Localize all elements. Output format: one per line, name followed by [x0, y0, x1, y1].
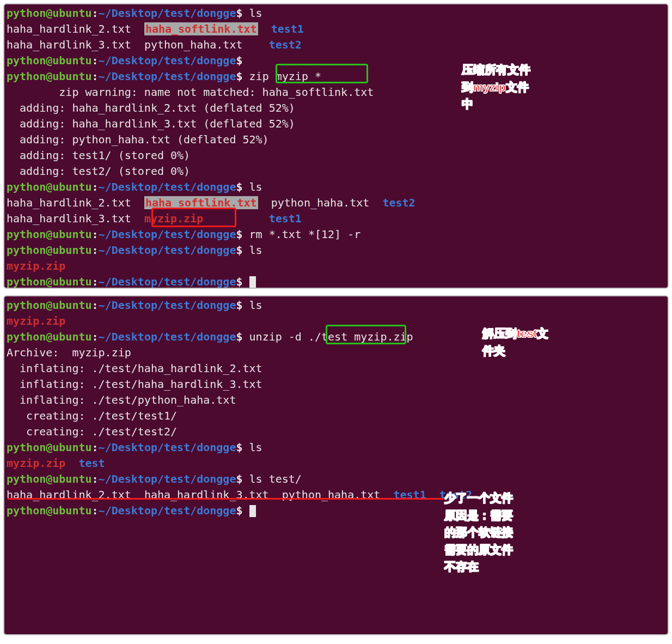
dir-name: test1 — [269, 212, 302, 225]
command: ls — [249, 180, 262, 193]
prompt-line: python@ubuntu:~/Desktop/test/dongge$ zip… — [7, 69, 665, 84]
unzip-output: Archive: myzip.zip — [7, 345, 665, 361]
prompt-line: python@ubuntu:~/Desktop/test/dongge$ rm … — [7, 227, 665, 242]
prompt-line: python@ubuntu:~/Desktop/test/dongge$ ls … — [7, 471, 665, 487]
file-name: python_haha.txt — [282, 488, 381, 501]
unzip-output: inflating: ./test/python_haha.txt — [7, 392, 665, 408]
zip-adding: adding: haha_hardlink_2.txt (deflated 52… — [7, 100, 665, 116]
file-name: python_haha.txt — [271, 196, 370, 209]
command: ls — [249, 299, 262, 312]
prompt-line: python@ubuntu:~/Desktop/test/dongge$ unz… — [7, 329, 665, 345]
annotation-line: 少了一个文件 — [444, 489, 513, 507]
ls-output-row: haha_hardlink_3.txt myzip.zip test1 — [7, 211, 665, 227]
annotation-line: 压缩所有文件 — [462, 61, 530, 78]
command-unzip-c: myzip.zip — [347, 330, 413, 343]
command: ls test/ — [249, 472, 302, 485]
file-name-softlink: haha_softlink.txt — [144, 22, 258, 35]
file-name: haha_hardlink_3.txt — [7, 212, 131, 225]
archive-name: myzip.zip — [7, 314, 65, 327]
unzip-output: creating: ./test/test1/ — [7, 408, 665, 424]
file-name: haha_hardlink_2.txt — [7, 196, 131, 209]
command: ls — [249, 441, 262, 454]
dir-name: test — [78, 457, 105, 470]
annotation-line: 件夹 — [482, 342, 548, 360]
annotation-line: 不存在 — [444, 558, 513, 575]
prompt-line: python@ubuntu:~/Desktop/test/dongge$ ls — [7, 179, 665, 195]
prompt-line: python@ubuntu:~/Desktop/test/dongge$ — [7, 53, 665, 69]
prompt-sign: $ — [236, 7, 242, 20]
annotation-line: 需要的原文件 — [444, 541, 513, 558]
prompt-line: python@ubuntu:~/Desktop/test/dongge$ ls — [7, 297, 665, 313]
prompt-line: python@ubuntu:~/Desktop/test/dongge$ ls — [7, 440, 665, 455]
dir-name: test2 — [382, 196, 415, 209]
file-name-softlink: haha_softlink.txt — [144, 196, 258, 209]
command-zip: zip myzip * — [249, 70, 321, 83]
ls-output-row: myzip.zip — [7, 313, 665, 329]
command-unzip-b: -d ./test — [289, 330, 347, 343]
annotation-line: 原因是：需要 — [444, 507, 513, 524]
annotation-line: 到myzip文件 — [462, 78, 530, 96]
command-unzip-a: unzip — [249, 330, 289, 343]
ls-output-row: haha_hardlink_2.txt haha_softlink.txt te… — [7, 21, 665, 37]
zip-adding: adding: python_haha.txt (deflated 52%) — [7, 132, 665, 148]
file-name: haha_hardlink_3.txt — [144, 488, 269, 501]
command-rm: rm *.txt *[12] -r — [249, 228, 361, 241]
cursor-icon — [249, 276, 256, 288]
ls-output-row: myzip.zip — [7, 258, 665, 274]
file-name: haha_hardlink_2.txt — [7, 488, 131, 501]
command: ls — [249, 244, 262, 257]
terminal-1[interactable]: python@ubuntu:~/Desktop/test/dongge$ ls … — [3, 3, 669, 289]
prompt-line[interactable]: python@ubuntu:~/Desktop/test/dongge$ — [7, 274, 665, 289]
annotation-line: 的那个软链接 — [444, 524, 513, 541]
ls-output-row: myzip.zip test — [7, 455, 665, 471]
annotation-compress: 压缩所有文件 到myzip文件 中 — [462, 61, 530, 113]
annotation-missing: 少了一个文件 原因是：需要 的那个软链接 需要的原文件 不存在 — [444, 489, 513, 575]
archive-name: myzip.zip — [144, 212, 203, 225]
annotation-extract: 解压到test文 件夹 — [482, 325, 548, 359]
unzip-output: creating: ./test/test2/ — [7, 424, 665, 440]
zip-warning: zip warning: name not matched: haha_soft… — [7, 84, 665, 100]
ls-output-row: haha_hardlink_3.txt python_haha.txt test… — [7, 37, 665, 53]
prompt-sep: : — [92, 7, 99, 20]
unzip-output: inflating: ./test/haha_hardlink_3.txt — [7, 376, 665, 392]
prompt-line: python@ubuntu:~/Desktop/test/dongge$ ls — [7, 5, 665, 21]
file-name: haha_hardlink_2.txt — [7, 22, 131, 35]
ls-output-row: haha_hardlink_2.txt haha_hardlink_3.txt … — [7, 487, 665, 503]
prompt-line[interactable]: python@ubuntu:~/Desktop/test/dongge$ — [7, 503, 665, 519]
archive-name: myzip.zip — [7, 259, 65, 272]
cursor-icon — [249, 505, 256, 517]
unzip-output: inflating: ./test/haha_hardlink_2.txt — [7, 361, 665, 376]
prompt-line: python@ubuntu:~/Desktop/test/dongge$ ls — [7, 242, 665, 258]
annotation-line: 解压到test文 — [482, 325, 548, 342]
zip-adding: adding: haha_hardlink_3.txt (deflated 52… — [7, 116, 665, 132]
terminal-2[interactable]: python@ubuntu:~/Desktop/test/dongge$ ls … — [3, 295, 669, 635]
command: ls — [249, 7, 262, 20]
dir-name: test1 — [271, 22, 304, 35]
zip-adding: adding: test1/ (stored 0%) — [7, 148, 665, 163]
file-name: haha_hardlink_3.txt — [7, 38, 131, 51]
file-name: python_haha.txt — [144, 38, 243, 51]
archive-name: myzip.zip — [7, 457, 65, 470]
annotation-line: 中 — [462, 95, 530, 113]
dir-name: test1 — [393, 488, 426, 501]
ls-output-row: haha_hardlink_2.txt haha_softlink.txt py… — [7, 195, 665, 211]
dir-name: test2 — [269, 38, 302, 51]
zip-adding: adding: test2/ (stored 0%) — [7, 163, 665, 179]
prompt-user: python@ubuntu — [7, 7, 92, 20]
prompt-path: ~/Desktop/test/dongge — [99, 7, 236, 20]
